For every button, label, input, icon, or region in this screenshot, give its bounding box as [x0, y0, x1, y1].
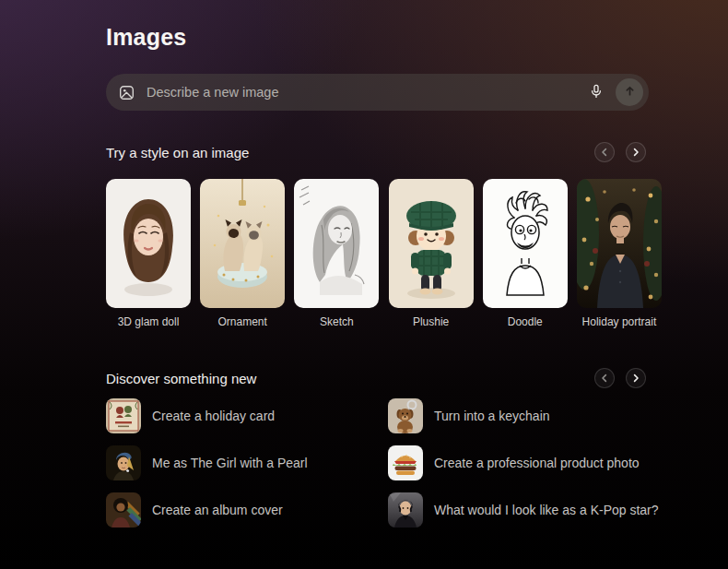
- discover-item-keychain[interactable]: Turn into a keychain: [388, 398, 662, 433]
- style-card-image: [577, 179, 662, 308]
- style-card-ornament[interactable]: Ornament: [200, 179, 285, 328]
- image-icon: [119, 85, 135, 101]
- style-cards-row: 3D glam doll: [106, 179, 662, 328]
- style-card-image: [200, 179, 285, 308]
- chevron-left-icon: [600, 372, 609, 385]
- styles-prev-button[interactable]: [594, 142, 615, 162]
- composer: [106, 74, 649, 111]
- discover-item-thumbnail: [106, 398, 141, 433]
- chevron-right-icon: [631, 372, 640, 385]
- discover-item-thumbnail: [388, 492, 423, 528]
- discover-item-label: What would I look like as a K-Pop star?: [434, 503, 659, 517]
- discover-section-title: Discover something new: [106, 371, 256, 386]
- discover-item-album-cover[interactable]: Create an album cover: [106, 492, 388, 528]
- discover-item-product-photo[interactable]: Create a professional product photo: [388, 445, 662, 480]
- microphone-button[interactable]: [582, 78, 610, 106]
- discover-item-thumbnail: [106, 445, 141, 480]
- chevron-left-icon: [600, 146, 609, 160]
- discover-item-label: Create a holiday card: [152, 409, 275, 423]
- discover-section-header: Discover something new: [106, 368, 646, 388]
- discover-item-label: Create a professional product photo: [434, 456, 640, 470]
- discover-grid: Create a holiday card Me as The Girl wit…: [106, 398, 662, 528]
- style-card-label: Plushie: [389, 315, 474, 328]
- style-card-plushie[interactable]: Plushie: [389, 179, 474, 328]
- style-card-doodle[interactable]: Doodle: [483, 179, 568, 328]
- style-card-label: Ornament: [200, 315, 285, 328]
- style-card-image: [389, 179, 474, 308]
- discover-prev-button[interactable]: [594, 368, 615, 388]
- discover-item-thumbnail: [388, 445, 423, 480]
- discover-item-label: Me as The Girl with a Pearl: [152, 456, 308, 470]
- style-card-label: Holiday portrait: [577, 315, 662, 328]
- style-card-image: [294, 179, 379, 308]
- prompt-input[interactable]: [145, 84, 582, 101]
- discover-next-button[interactable]: [626, 368, 646, 388]
- discover-item-holiday-card[interactable]: Create a holiday card: [106, 398, 388, 433]
- discover-item-thumbnail: [106, 492, 141, 528]
- discover-item-kpop-star[interactable]: What would I look like as a K-Pop star?: [388, 492, 662, 528]
- style-card-label: 3D glam doll: [106, 315, 191, 328]
- style-card-label: Sketch: [294, 315, 379, 328]
- discover-item-girl-with-pearl[interactable]: Me as The Girl with a Pearl: [106, 445, 388, 480]
- style-card-sketch[interactable]: Sketch: [294, 179, 379, 328]
- style-card-image: [106, 179, 191, 308]
- microphone-icon: [589, 84, 604, 101]
- styles-section-title: Try a style on an image: [106, 145, 249, 160]
- style-card-label: Doodle: [483, 315, 568, 328]
- style-card-holiday-portrait[interactable]: Holiday portrait: [577, 179, 662, 328]
- style-card-3d-glam-doll[interactable]: 3D glam doll: [106, 179, 191, 328]
- style-card-image: [483, 179, 568, 308]
- styles-section-header: Try a style on an image: [106, 142, 646, 162]
- discover-item-label: Turn into a keychain: [434, 409, 550, 423]
- discover-item-label: Create an album cover: [152, 503, 283, 517]
- discover-item-thumbnail: [388, 398, 423, 433]
- styles-next-button[interactable]: [626, 142, 646, 162]
- page-title: Images: [106, 24, 186, 51]
- submit-button[interactable]: [616, 78, 643, 106]
- chevron-right-icon: [631, 146, 640, 160]
- discover-column-left: Create a holiday card Me as The Girl wit…: [106, 398, 388, 528]
- arrow-up-icon: [623, 84, 637, 101]
- discover-column-right: Turn into a keychain Create a profession…: [388, 398, 662, 528]
